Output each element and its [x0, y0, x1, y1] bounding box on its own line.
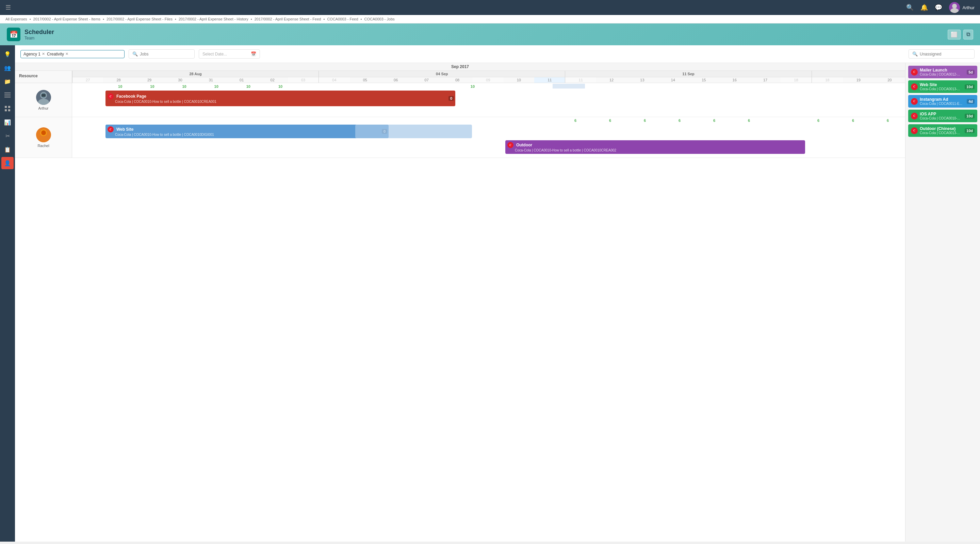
day-01: 01 — [226, 77, 257, 83]
panel-task-mailer[interactable]: C Mailer Launch Coca-Cola | COCA0012-...… — [908, 66, 977, 78]
nav-left: ☰ — [5, 4, 11, 11]
task-outdoor-rachel[interactable]: C Outdoor Coca-Cola | COCA0010-How to se… — [505, 140, 805, 154]
task-subtitle-outdoor: Coca-Cola | COCA0010-How to sell a bottl… — [508, 148, 803, 152]
filter-tag-remove-creativity[interactable]: ✕ — [65, 52, 68, 56]
panel-task-ios[interactable]: C iOS APP Coca-Cola | COCA0010-... 10d — [908, 110, 977, 122]
day-labels-extra: 18 19 20 — [812, 77, 905, 83]
user-menu[interactable]: Arthur — [949, 2, 975, 13]
top-navigation: ☰ 🔍 🔔 💬 Arthur — [0, 0, 980, 15]
svg-rect-8 — [8, 109, 10, 111]
hamburger-menu[interactable]: ☰ — [5, 4, 11, 11]
task-logo-ws: C — [108, 126, 114, 132]
breadcrumb-link[interactable]: 2017/0002 - April Expense Sheet - Histor… — [179, 17, 248, 21]
rachel-days: 6 6 6 6 6 6 6 6 6 — [72, 117, 905, 158]
count-16 — [713, 84, 745, 89]
breadcrumb-link[interactable]: 2017/0002 - April Expense Sheet - Feed — [255, 17, 321, 21]
week-label-aug28: 28 Aug — [73, 71, 318, 77]
sidebar-item-grid[interactable] — [2, 102, 14, 115]
day-12: 12 — [596, 77, 627, 83]
view-split-button[interactable]: ⧉ — [963, 30, 973, 40]
sidebar-item-scissors[interactable]: ✂ — [2, 130, 14, 142]
calendar-icon: 📅 — [251, 51, 256, 56]
filter-input[interactable] — [70, 52, 121, 56]
svg-rect-4 — [5, 97, 11, 97]
count-06 — [393, 84, 425, 89]
panel-title-mailer: Mailer Launch — [920, 68, 965, 72]
day-31: 31 — [196, 77, 226, 83]
chat-icon[interactable]: 💬 — [935, 4, 942, 11]
resource-column-header: Resource — [15, 71, 72, 83]
count-03-wknd — [296, 84, 328, 89]
task-header-ws: C Web Site — [108, 126, 387, 132]
rachel-count-18: 6 — [801, 118, 836, 123]
day-11: 11 — [565, 77, 596, 83]
day-20: 20 — [874, 77, 905, 83]
rachel-count-12: 6 — [558, 118, 593, 123]
svg-rect-6 — [8, 106, 10, 108]
scheduler-icon: 📅 — [7, 27, 21, 41]
unassigned-search-input[interactable] — [920, 52, 971, 56]
panel-task-instagram[interactable]: C Instangram Ad Coca-Cola | COCA0011-E..… — [908, 95, 977, 108]
side-panel: C Mailer Launch Coca-Cola | COCA0012-...… — [905, 63, 980, 542]
header-titles: Scheduler Team — [24, 29, 54, 40]
day-08: 08 — [442, 77, 473, 83]
task-header-outdoor: C Outdoor — [508, 142, 803, 148]
panel-task-website[interactable]: C Web Site Coca-Cola | COCA0013-... 10d — [908, 80, 977, 93]
header-actions: ⬜ ⧉ — [948, 30, 973, 40]
day-05: 05 — [350, 77, 380, 83]
sidebar-item-chart[interactable]: 📊 — [2, 116, 14, 128]
day-15: 15 — [688, 77, 719, 83]
breadcrumb-link[interactable]: COCA0003 - Jobs — [364, 17, 395, 21]
count-31: 10 — [200, 84, 232, 89]
day-02: 02 — [257, 77, 288, 83]
panel-info-ios: iOS APP Coca-Cola | COCA0010-... — [920, 112, 963, 120]
rachel-count-16: 6 — [697, 118, 732, 123]
jobs-search-input[interactable] — [140, 52, 191, 56]
count-10 — [520, 84, 553, 89]
panel-logo-ios: C — [911, 113, 918, 120]
panel-logo-instagram: C — [911, 98, 918, 105]
sidebar-item-ideas[interactable]: 💡 — [2, 48, 14, 60]
day-09: 09 — [473, 77, 503, 83]
filter-tag-remove-agency1[interactable]: ✕ — [42, 52, 45, 56]
panel-logo-mailer: C — [911, 69, 918, 76]
rachel-avatar — [36, 127, 51, 142]
task-header-fb: C Facebook Page — [108, 93, 453, 99]
sidebar-item-files[interactable]: 📁 — [2, 75, 14, 88]
main-layout: 💡 👥 📁 📊 ✂ 📋 👤 Agency 1 ✕ Creativity ✕ — [0, 45, 980, 542]
panel-sub-website: Coca-Cola | COCA0013-... — [920, 87, 963, 91]
task-subtitle-ws: Coca-Cola | COCA0010-How to sell a bottl… — [108, 133, 387, 137]
search-icon[interactable]: 🔍 — [906, 4, 914, 11]
panel-task-outdoor-cn[interactable]: C Outdoor (Chinese) Coca-Cola | COCA0013… — [908, 124, 977, 137]
sidebar-item-user[interactable]: 👤 — [2, 157, 14, 169]
panel-sub-instagram: Coca-Cola | COCA0011-E... — [920, 102, 965, 105]
breadcrumb-link[interactable]: COCA0003 - Feed — [327, 17, 358, 21]
count-02: 10 — [264, 84, 296, 89]
panel-title-outdoor-cn: Outdoor (Chinese) — [920, 126, 963, 131]
notification-icon[interactable]: 🔔 — [920, 4, 928, 11]
username-label: Arthur — [963, 5, 975, 10]
filter-tags-container[interactable]: Agency 1 ✕ Creativity ✕ — [21, 50, 124, 58]
count-15 — [681, 84, 713, 89]
date-placeholder-text: Select Date... — [202, 52, 227, 56]
count-19 — [841, 84, 873, 89]
day-04: 04 — [319, 77, 350, 83]
breadcrumb-link[interactable]: All Expenses — [5, 17, 27, 21]
breadcrumb-link[interactable]: 2017/0002 - April Expense Sheet - Files — [107, 17, 172, 21]
month-label: Sep 2017 — [451, 64, 469, 69]
date-picker[interactable]: Select Date... 📅 — [199, 49, 260, 59]
task-facebook-page[interactable]: C Facebook Page Coca-Cola | COCA0010-How… — [105, 91, 455, 106]
count-09-wknd — [488, 84, 520, 89]
day-03: 03 — [288, 77, 318, 83]
jobs-search[interactable]: 🔍 — [129, 49, 195, 59]
unassigned-search[interactable]: 🔍 — [908, 49, 975, 59]
panel-title-instagram: Instangram Ad — [920, 97, 965, 102]
sidebar-item-clipboard[interactable]: 📋 — [2, 143, 14, 156]
view-normal-button[interactable]: ⬜ — [948, 30, 961, 40]
sidebar-item-people[interactable]: 👥 — [2, 62, 14, 74]
task-website-rachel[interactable]: C Web Site Coca-Cola | COCA0010-How to s… — [105, 124, 388, 138]
count-12 — [585, 84, 617, 89]
sidebar-item-list[interactable] — [2, 89, 14, 101]
breadcrumb-link[interactable]: 2017/0002 - April Expense Sheet - Items — [33, 17, 101, 21]
panel-info-outdoor-cn: Outdoor (Chinese) Coca-Cola | COCA0013-.… — [920, 126, 963, 135]
